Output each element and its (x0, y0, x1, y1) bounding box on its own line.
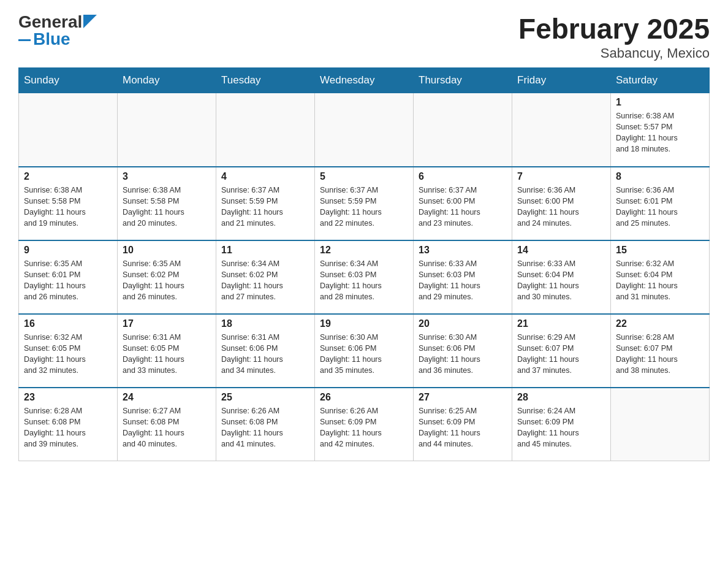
day-info: Sunrise: 6:38 AM Sunset: 5:58 PM Dayligh… (123, 185, 211, 229)
calendar-cell: 14Sunrise: 6:33 AM Sunset: 6:04 PM Dayli… (512, 240, 611, 314)
calendar-cell: 1Sunrise: 6:38 AM Sunset: 5:57 PM Daylig… (611, 93, 710, 167)
svg-marker-0 (83, 15, 97, 28)
calendar-cell: 27Sunrise: 6:25 AM Sunset: 6:09 PM Dayli… (414, 388, 512, 461)
day-number: 10 (123, 245, 211, 256)
calendar-cell: 6Sunrise: 6:37 AM Sunset: 6:00 PM Daylig… (414, 167, 512, 240)
page-header: General Blue February 2025 Sabancuy, Mex… (18, 12, 710, 61)
calendar-cell (315, 93, 414, 167)
calendar-cell: 2Sunrise: 6:38 AM Sunset: 5:58 PM Daylig… (19, 167, 118, 240)
calendar-cell (611, 388, 710, 461)
day-info: Sunrise: 6:34 AM Sunset: 6:03 PM Dayligh… (320, 258, 408, 303)
calendar-cell (19, 93, 118, 167)
calendar-cell: 21Sunrise: 6:29 AM Sunset: 6:07 PM Dayli… (512, 314, 611, 388)
day-info: Sunrise: 6:33 AM Sunset: 6:04 PM Dayligh… (517, 258, 605, 303)
col-saturday: Saturday (611, 68, 710, 93)
day-number: 1 (616, 97, 704, 108)
day-info: Sunrise: 6:37 AM Sunset: 5:59 PM Dayligh… (221, 185, 309, 229)
day-info: Sunrise: 6:33 AM Sunset: 6:03 PM Dayligh… (419, 258, 507, 303)
calendar-cell (414, 93, 512, 167)
day-number: 6 (419, 171, 507, 182)
day-number: 13 (419, 245, 507, 256)
logo-blue-text: Blue (33, 29, 70, 49)
calendar-cell: 12Sunrise: 6:34 AM Sunset: 6:03 PM Dayli… (315, 240, 414, 314)
logo-triangle-icon (83, 15, 97, 28)
day-info: Sunrise: 6:32 AM Sunset: 6:04 PM Dayligh… (616, 258, 704, 303)
day-info: Sunrise: 6:35 AM Sunset: 6:02 PM Dayligh… (123, 258, 211, 303)
day-info: Sunrise: 6:35 AM Sunset: 6:01 PM Dayligh… (24, 258, 112, 303)
col-friday: Friday (512, 68, 611, 93)
calendar-cell (118, 93, 216, 167)
day-info: Sunrise: 6:27 AM Sunset: 6:08 PM Dayligh… (123, 405, 211, 450)
day-info: Sunrise: 6:26 AM Sunset: 6:08 PM Dayligh… (221, 405, 309, 450)
calendar-cell: 8Sunrise: 6:36 AM Sunset: 6:01 PM Daylig… (611, 167, 710, 240)
day-number: 21 (517, 318, 605, 329)
day-info: Sunrise: 6:29 AM Sunset: 6:07 PM Dayligh… (517, 332, 605, 377)
location-subtitle: Sabancuy, Mexico (518, 45, 710, 61)
calendar-cell: 17Sunrise: 6:31 AM Sunset: 6:05 PM Dayli… (118, 314, 216, 388)
calendar-cell: 19Sunrise: 6:30 AM Sunset: 6:06 PM Dayli… (315, 314, 414, 388)
day-number: 12 (320, 245, 408, 256)
calendar-cell: 9Sunrise: 6:35 AM Sunset: 6:01 PM Daylig… (19, 240, 118, 314)
col-monday: Monday (118, 68, 216, 93)
logo: General Blue (18, 12, 97, 49)
calendar-cell: 22Sunrise: 6:28 AM Sunset: 6:07 PM Dayli… (611, 314, 710, 388)
day-info: Sunrise: 6:28 AM Sunset: 6:08 PM Dayligh… (24, 405, 112, 450)
calendar-cell: 26Sunrise: 6:26 AM Sunset: 6:09 PM Dayli… (315, 388, 414, 461)
day-number: 24 (123, 392, 211, 403)
calendar-cell: 15Sunrise: 6:32 AM Sunset: 6:04 PM Dayli… (611, 240, 710, 314)
calendar-cell (512, 93, 611, 167)
day-info: Sunrise: 6:30 AM Sunset: 6:06 PM Dayligh… (320, 332, 408, 377)
logo-line-accent (18, 39, 31, 41)
day-number: 22 (616, 318, 704, 329)
day-number: 28 (517, 392, 605, 403)
day-number: 25 (221, 392, 309, 403)
day-number: 14 (517, 245, 605, 256)
day-info: Sunrise: 6:25 AM Sunset: 6:09 PM Dayligh… (419, 405, 507, 450)
week-row-2: 2Sunrise: 6:38 AM Sunset: 5:58 PM Daylig… (19, 167, 710, 240)
day-info: Sunrise: 6:30 AM Sunset: 6:06 PM Dayligh… (419, 332, 507, 377)
day-number: 9 (24, 245, 112, 256)
calendar-table: Sunday Monday Tuesday Wednesday Thursday… (18, 67, 710, 461)
day-number: 2 (24, 171, 112, 182)
day-number: 5 (320, 171, 408, 182)
day-info: Sunrise: 6:38 AM Sunset: 5:58 PM Dayligh… (24, 185, 112, 229)
calendar-cell: 23Sunrise: 6:28 AM Sunset: 6:08 PM Dayli… (19, 388, 118, 461)
day-number: 16 (24, 318, 112, 329)
calendar-cell: 24Sunrise: 6:27 AM Sunset: 6:08 PM Dayli… (118, 388, 216, 461)
calendar-cell: 10Sunrise: 6:35 AM Sunset: 6:02 PM Dayli… (118, 240, 216, 314)
day-number: 19 (320, 318, 408, 329)
day-info: Sunrise: 6:34 AM Sunset: 6:02 PM Dayligh… (221, 258, 309, 303)
day-info: Sunrise: 6:36 AM Sunset: 6:00 PM Dayligh… (517, 185, 605, 229)
day-info: Sunrise: 6:32 AM Sunset: 6:05 PM Dayligh… (24, 332, 112, 377)
month-title: February 2025 (518, 12, 710, 45)
calendar-cell: 7Sunrise: 6:36 AM Sunset: 6:00 PM Daylig… (512, 167, 611, 240)
calendar-cell: 20Sunrise: 6:30 AM Sunset: 6:06 PM Dayli… (414, 314, 512, 388)
col-thursday: Thursday (414, 68, 512, 93)
day-number: 8 (616, 171, 704, 182)
calendar-header-row: Sunday Monday Tuesday Wednesday Thursday… (19, 68, 710, 93)
day-number: 3 (123, 171, 211, 182)
calendar-cell: 11Sunrise: 6:34 AM Sunset: 6:02 PM Dayli… (216, 240, 315, 314)
day-number: 20 (419, 318, 507, 329)
day-info: Sunrise: 6:28 AM Sunset: 6:07 PM Dayligh… (616, 332, 704, 377)
calendar-cell (216, 93, 315, 167)
day-number: 23 (24, 392, 112, 403)
calendar-cell: 13Sunrise: 6:33 AM Sunset: 6:03 PM Dayli… (414, 240, 512, 314)
day-info: Sunrise: 6:31 AM Sunset: 6:06 PM Dayligh… (221, 332, 309, 377)
calendar-cell: 4Sunrise: 6:37 AM Sunset: 5:59 PM Daylig… (216, 167, 315, 240)
calendar-cell: 25Sunrise: 6:26 AM Sunset: 6:08 PM Dayli… (216, 388, 315, 461)
day-number: 15 (616, 245, 704, 256)
day-number: 17 (123, 318, 211, 329)
day-info: Sunrise: 6:31 AM Sunset: 6:05 PM Dayligh… (123, 332, 211, 377)
calendar-cell: 18Sunrise: 6:31 AM Sunset: 6:06 PM Dayli… (216, 314, 315, 388)
day-number: 4 (221, 171, 309, 182)
day-info: Sunrise: 6:24 AM Sunset: 6:09 PM Dayligh… (517, 405, 605, 450)
day-number: 7 (517, 171, 605, 182)
week-row-1: 1Sunrise: 6:38 AM Sunset: 5:57 PM Daylig… (19, 93, 710, 167)
day-info: Sunrise: 6:36 AM Sunset: 6:01 PM Dayligh… (616, 185, 704, 229)
day-number: 27 (419, 392, 507, 403)
day-number: 26 (320, 392, 408, 403)
title-section: February 2025 Sabancuy, Mexico (518, 12, 710, 61)
col-sunday: Sunday (19, 68, 118, 93)
calendar-cell: 3Sunrise: 6:38 AM Sunset: 5:58 PM Daylig… (118, 167, 216, 240)
